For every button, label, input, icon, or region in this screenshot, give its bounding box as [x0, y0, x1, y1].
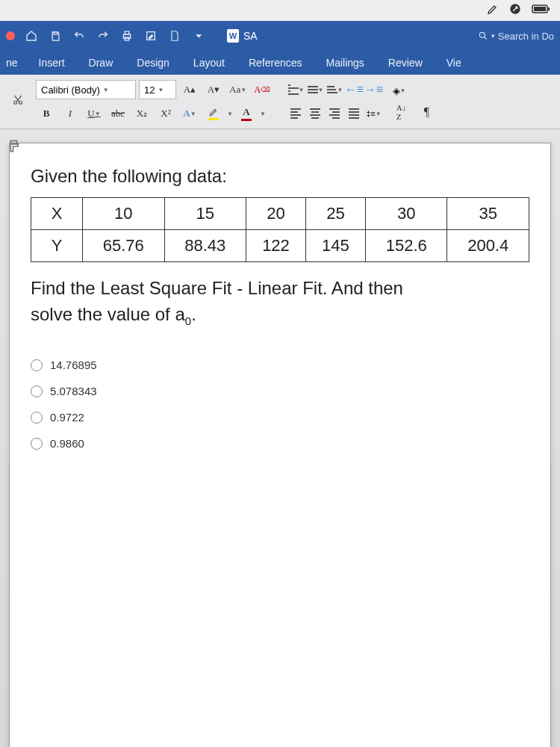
sort-button[interactable]: A↓Z [391, 103, 411, 121]
word-doc-icon: W [227, 29, 239, 43]
search-placeholder: Search in Do [498, 31, 554, 42]
tab-review[interactable]: Review [376, 52, 435, 74]
y-label: Y [31, 230, 83, 262]
chevron-down-icon: ▼ [158, 87, 164, 93]
justify-button[interactable] [346, 105, 362, 122]
numbering-button[interactable]: ▼ [307, 81, 323, 98]
y-cell: 65.76 [83, 230, 165, 262]
align-right-button[interactable] [326, 105, 343, 122]
highlight-button[interactable] [203, 105, 224, 123]
edit-pencil-icon [487, 3, 499, 18]
font-color-button[interactable]: A [236, 105, 257, 123]
align-center-button[interactable] [307, 105, 323, 122]
tab-layout[interactable]: Layout [181, 52, 237, 74]
text-effects-button[interactable]: A▼ [179, 105, 200, 123]
print-icon[interactable] [116, 25, 137, 46]
chevron-down-icon[interactable]: ▼ [260, 111, 266, 117]
font-name-select[interactable]: Calibri (Body) ▼ [36, 80, 136, 99]
option-row[interactable]: 0.9860 [31, 437, 529, 450]
x-cell: 15 [164, 198, 246, 230]
radio-icon[interactable] [31, 438, 43, 450]
save-icon[interactable] [45, 25, 66, 46]
search-icon [478, 31, 488, 41]
tab-view-partial[interactable]: Vie [435, 52, 473, 74]
ribbon-tabs: ne Insert Draw Design Layout References … [0, 51, 560, 75]
font-size-select[interactable]: 12 ▼ [139, 80, 176, 99]
change-case-button[interactable]: Aa▼ [227, 81, 249, 99]
multilevel-list-button[interactable]: ▼ [326, 81, 343, 98]
x-cell: 25 [305, 198, 365, 230]
x-cell: 35 [447, 198, 529, 230]
x-cell: 30 [365, 198, 447, 230]
radio-icon[interactable] [31, 359, 43, 371]
clear-formatting-button[interactable]: A⌫ [252, 81, 273, 99]
tab-design[interactable]: Design [125, 52, 181, 74]
y-cell: 145 [305, 230, 365, 262]
question-title: Given the following data: [31, 166, 529, 187]
underline-button[interactable]: U▼ [84, 105, 105, 123]
x-cell: 20 [246, 198, 306, 230]
option-row[interactable]: 14.76895 [31, 359, 529, 371]
decrease-indent-button[interactable]: ←≡ [346, 81, 362, 98]
table-row: X 10 15 20 25 30 35 [31, 198, 529, 230]
increase-indent-button[interactable]: →≡ [365, 81, 382, 98]
radio-icon[interactable] [31, 385, 43, 397]
chevron-down-icon: ▼ [103, 87, 109, 93]
superscript-button[interactable]: X² [155, 105, 176, 123]
option-label: 0.9860 [50, 437, 84, 450]
tab-references[interactable]: References [237, 52, 314, 74]
question-prompt: Find the Least Square Fit - Linear Fit. … [31, 276, 529, 329]
increase-font-button[interactable]: A▴ [179, 81, 200, 99]
svg-rect-12 [10, 141, 16, 144]
prompt-line-1: Find the Least Square Fit - Linear Fit. … [31, 278, 403, 298]
customize-toolbar-icon[interactable]: ⏷ [188, 25, 209, 46]
new-doc-icon[interactable] [164, 25, 185, 46]
svg-rect-4 [54, 31, 57, 34]
undo-icon[interactable] [69, 25, 90, 46]
italic-button[interactable]: I [60, 105, 81, 123]
tab-mailings[interactable]: Mailings [314, 52, 376, 74]
svg-point-9 [479, 32, 485, 37]
tab-insert[interactable]: Insert [27, 52, 77, 74]
table-row: Y 65.76 88.43 122 145 152.6 200.4 [31, 230, 529, 262]
shading-button[interactable]: ◈▼ [391, 82, 407, 99]
y-cell: 122 [246, 230, 306, 262]
search-box[interactable]: ▾ Search in Do [478, 31, 554, 42]
tab-draw[interactable]: Draw [77, 52, 125, 74]
option-row[interactable]: 0.9722 [31, 411, 529, 424]
bold-button[interactable]: B [36, 105, 57, 123]
bullets-button[interactable]: ▼ [287, 81, 304, 98]
paragraph-group: ▼ ▼ ▼ ←≡ →≡ ‡≡▼ [287, 79, 382, 124]
option-row[interactable]: 5.078343 [31, 385, 529, 397]
close-window-button[interactable] [6, 31, 15, 40]
y-cell: 152.6 [365, 230, 447, 262]
title-bar: ⏷ W SA ▾ Search in Do [0, 21, 560, 51]
document-title: SA [243, 30, 258, 42]
subscript-button[interactable]: X₂ [131, 105, 152, 123]
line-spacing-button[interactable]: ‡≡▼ [365, 105, 382, 122]
option-label: 5.078343 [50, 385, 97, 397]
edit-icon[interactable] [140, 25, 161, 46]
cut-icon[interactable] [12, 94, 24, 109]
font-name-value: Calibri (Body) [41, 84, 100, 96]
document-page: Given the following data: X 10 15 20 25 … [9, 143, 551, 747]
data-table: X 10 15 20 25 30 35 Y 65.76 88.43 122 14… [31, 197, 529, 262]
svg-rect-6 [125, 31, 128, 34]
redo-icon[interactable] [93, 25, 113, 46]
prompt-sub: 0 [185, 314, 191, 327]
option-label: 14.76895 [50, 359, 97, 371]
decrease-font-button[interactable]: A▾ [203, 81, 224, 99]
radio-icon[interactable] [31, 412, 43, 424]
home-icon[interactable] [21, 25, 42, 46]
y-cell: 200.4 [447, 230, 529, 262]
align-left-button[interactable] [287, 105, 304, 122]
show-hide-button[interactable]: ¶ [416, 103, 437, 121]
tab-home-partial[interactable]: ne [0, 52, 27, 74]
answer-options: 14.76895 5.078343 0.9722 0.9860 [31, 359, 529, 450]
format-painter-icon[interactable] [7, 139, 22, 157]
font-size-value: 12 [144, 84, 155, 96]
strikethrough-button[interactable]: abc [108, 105, 128, 123]
chevron-down-icon[interactable]: ▼ [227, 111, 233, 117]
font-group: Calibri (Body) ▼ 12 ▼ A▴ A▾ Aa▼ A⌫ B I U… [36, 79, 273, 124]
prompt-line-2-pre: solve the value of a [31, 304, 185, 324]
